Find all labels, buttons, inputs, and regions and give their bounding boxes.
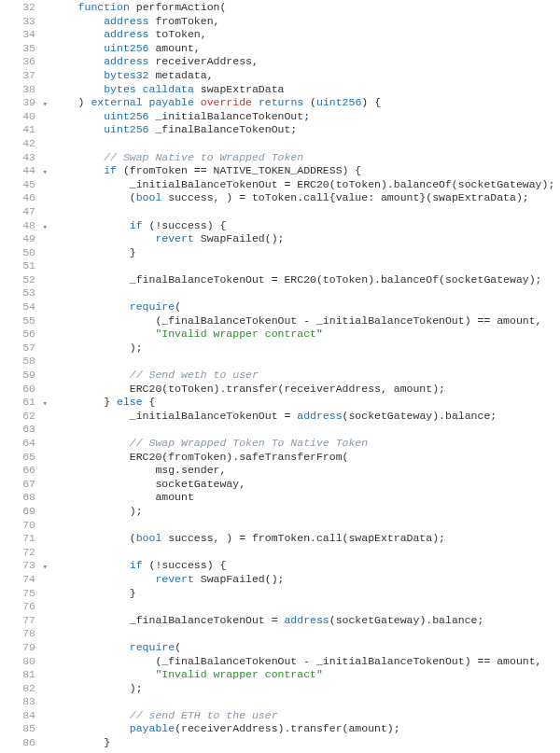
- code-line[interactable]: msg.sender,: [52, 464, 560, 478]
- line-number: 81: [0, 668, 39, 682]
- code-line[interactable]: [52, 627, 560, 641]
- line-number: 32: [0, 1, 39, 15]
- code-line[interactable]: uint256 amount,: [52, 42, 560, 56]
- code-line[interactable]: ERC20(toToken).transfer(receiverAddress,…: [52, 383, 560, 397]
- code-line[interactable]: // send ETH to the user: [52, 709, 560, 723]
- line-number: 47: [0, 205, 39, 219]
- code-line[interactable]: if (fromToken == NATIVE_TOKEN_ADDRESS) {: [52, 164, 560, 178]
- code-line[interactable]: [52, 600, 560, 614]
- code-line[interactable]: [52, 423, 560, 437]
- code-line[interactable]: (bool success, ) = toToken.call{value: a…: [52, 191, 560, 205]
- code-line[interactable]: [52, 519, 560, 533]
- line-number: 42: [0, 137, 39, 151]
- code-token: }: [52, 396, 117, 408]
- line-number: 36: [0, 55, 39, 69]
- fold-toggle-icon[interactable]: ▾: [43, 166, 48, 180]
- code-line[interactable]: (bool success, ) = fromToken.call(swapEx…: [52, 532, 560, 546]
- code-line[interactable]: // Swap Native to Wrapped Token: [52, 151, 560, 165]
- code-line[interactable]: ) external payable override returns (uin…: [52, 96, 560, 110]
- code-token: uint256: [316, 96, 361, 108]
- code-token: revert: [52, 573, 194, 585]
- code-line[interactable]: require(: [52, 300, 560, 314]
- code-token: require: [52, 641, 175, 653]
- line-number: 55: [0, 314, 39, 328]
- code-line[interactable]: socketGateway,: [52, 478, 560, 492]
- code-token: "Invalid wrapper contract": [52, 668, 323, 680]
- code-token: calldata: [143, 83, 194, 95]
- code-token: success, ) = fromToken.call(swapExtraDat…: [161, 532, 445, 544]
- code-line[interactable]: [52, 205, 560, 219]
- code-line[interactable]: _finalBalanceTokenOut = address(socketGa…: [52, 614, 560, 628]
- code-token: external: [91, 96, 142, 108]
- code-line[interactable]: }: [52, 246, 560, 260]
- code-token: uint256: [52, 42, 149, 54]
- code-line[interactable]: function performAction(: [52, 1, 560, 15]
- code-line[interactable]: if (!success) {: [52, 559, 560, 573]
- code-area[interactable]: function performAction( address fromToke…: [39, 0, 560, 753]
- code-line[interactable]: uint256 _finalBalanceTokenOut;: [52, 123, 560, 137]
- code-line[interactable]: [52, 695, 560, 709]
- code-line[interactable]: _initialBalanceTokenOut = ERC20(toToken)…: [52, 178, 560, 192]
- code-line[interactable]: // Swap Wrapped Token To Native Token: [52, 437, 560, 451]
- code-token: (socketGateway).balance;: [329, 614, 484, 626]
- line-number: 77: [0, 614, 39, 628]
- line-number: 56: [0, 328, 39, 342]
- code-token: amount: [52, 491, 194, 503]
- code-token: (fromToken == NATIVE_TOKEN_ADDRESS) {: [117, 164, 361, 176]
- code-line[interactable]: [52, 259, 560, 273]
- code-line[interactable]: address toToken,: [52, 28, 560, 42]
- line-number: 59: [0, 369, 39, 383]
- code-line[interactable]: bytes32 metadata,: [52, 69, 560, 83]
- code-token: _finalBalanceTokenOut =: [52, 614, 284, 626]
- code-line[interactable]: _finalBalanceTokenOut = ERC20(toToken).b…: [52, 273, 560, 287]
- code-token: // Swap Wrapped Token To Native Token: [52, 437, 368, 449]
- code-line[interactable]: [52, 546, 560, 560]
- fold-toggle-icon[interactable]: ▾: [43, 221, 48, 235]
- code-line[interactable]: (_finalBalanceTokenOut - _initialBalance…: [52, 314, 560, 328]
- code-token: );: [52, 342, 143, 354]
- code-line[interactable]: if (!success) {: [52, 219, 560, 233]
- code-line[interactable]: (_finalBalanceTokenOut - _initialBalance…: [52, 655, 560, 669]
- code-line[interactable]: require(: [52, 641, 560, 655]
- line-number: 64: [0, 437, 39, 451]
- code-line[interactable]: revert SwapFailed();: [52, 232, 560, 246]
- fold-toggle-icon[interactable]: ▾: [43, 561, 48, 575]
- code-line[interactable]: _initialBalanceTokenOut = address(socket…: [52, 410, 560, 424]
- code-line[interactable]: [52, 355, 560, 369]
- code-line[interactable]: address receiverAddress,: [52, 55, 560, 69]
- code-line[interactable]: ERC20(fromToken).safeTransferFrom(: [52, 451, 560, 465]
- code-line[interactable]: revert SwapFailed();: [52, 573, 560, 587]
- code-token: (: [175, 641, 181, 653]
- line-number: 52: [0, 273, 39, 287]
- code-line[interactable]: [52, 137, 560, 151]
- line-number: 58: [0, 355, 39, 369]
- code-token: bytes: [52, 83, 136, 95]
- code-line[interactable]: );: [52, 342, 560, 356]
- code-line[interactable]: "Invalid wrapper contract": [52, 668, 560, 682]
- code-line[interactable]: );: [52, 505, 560, 519]
- code-line[interactable]: // Send weth to user: [52, 369, 560, 383]
- code-line[interactable]: uint256 _initialBalanceTokenOut;: [52, 110, 560, 124]
- code-line[interactable]: } else {: [52, 396, 560, 410]
- code-line[interactable]: payable(receiverAddress).transfer(amount…: [52, 722, 560, 736]
- code-token: address: [284, 614, 329, 626]
- code-line[interactable]: address fromToken,: [52, 15, 560, 29]
- code-line[interactable]: bytes calldata swapExtraData: [52, 83, 560, 97]
- code-line[interactable]: );: [52, 682, 560, 696]
- fold-toggle-icon[interactable]: ▾: [43, 397, 48, 411]
- code-line[interactable]: }: [52, 736, 560, 750]
- code-line[interactable]: }: [52, 587, 560, 601]
- line-number: 72: [0, 546, 39, 560]
- line-number: 44▾: [0, 164, 39, 178]
- code-line[interactable]: "Invalid wrapper contract": [52, 328, 560, 342]
- code-token: (_finalBalanceTokenOut - _initialBalance…: [52, 314, 542, 327]
- code-token: SwapFailed();: [194, 232, 285, 244]
- line-number: 33: [0, 15, 39, 29]
- code-token: amount,: [149, 42, 201, 54]
- code-token: else: [117, 396, 143, 408]
- code-token: "Invalid wrapper contract": [52, 328, 323, 340]
- code-line[interactable]: [52, 286, 560, 300]
- line-number: 38: [0, 83, 39, 97]
- code-line[interactable]: amount: [52, 491, 560, 505]
- fold-toggle-icon[interactable]: ▾: [43, 98, 48, 112]
